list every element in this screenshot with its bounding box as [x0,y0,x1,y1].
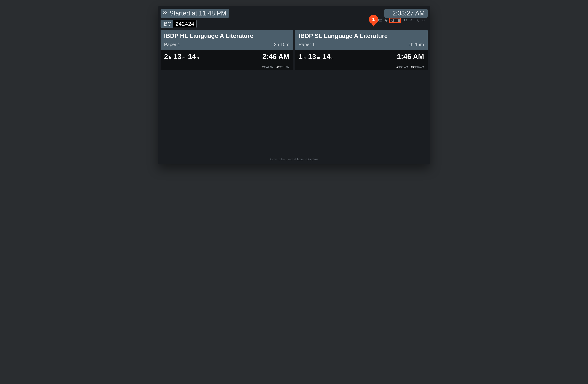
started-at-pill: Started at 11:48 PM [161,9,229,18]
svg-rect-16 [398,20,399,21]
footer-brand: Exam Display [297,158,318,161]
time-remaining: 1h 13m 14s [299,53,333,61]
footer-prefix: Only to be used at [270,158,297,161]
svg-rect-20 [399,21,400,22]
svg-line-26 [418,21,418,22]
clock-text: 2:33:27 AM [392,9,425,17]
top-bar: Started at 11:48 PM 2:33:27 AM [161,9,428,18]
exam-cards: IBDP HL Language A Literature Paper 1 2h… [161,30,428,70]
svg-rect-19 [398,21,399,22]
clock-pill: 2:33:27 AM [384,9,427,18]
exam-card-head: IBDP HL Language A Literature Paper 1 2h… [161,30,293,50]
svg-point-11 [381,20,381,20]
svg-rect-5 [165,13,166,14]
svg-point-8 [379,20,379,20]
svg-rect-1 [165,11,166,12]
end-time: 2:46 AM [262,53,290,61]
svg-point-9 [380,20,380,20]
exam-display-panel: Started at 11:48 PM 2:33:27 AM IBO 24242… [158,6,430,164]
svg-rect-21 [400,21,401,22]
center-code-value: 242424 [173,20,196,28]
svg-rect-18 [400,20,401,21]
exit-fullscreen-icon[interactable] [421,18,425,22]
exam-title: IBDP HL Language A Literature [164,32,290,39]
annotation-number: 1 [372,17,375,22]
svg-rect-13 [398,19,399,20]
display-toolbar: 4 [378,18,425,22]
keyboard-icon[interactable] [378,18,382,22]
svg-point-10 [380,20,380,20]
time-remaining: 2h 13m 14s [164,53,199,61]
exam-paper: Paper 1 [299,42,315,47]
exam-duration: 2h 15m [274,42,290,47]
svg-rect-6 [378,19,381,21]
svg-rect-3 [166,12,167,13]
flag-icon [163,11,168,16]
center-code-box: IBO 242424 [161,20,197,28]
svg-rect-4 [163,13,164,14]
zoom-level: 4 [410,19,413,22]
exam-title: IBDP SL Language A Literature [299,32,424,39]
time-markers: 5'2:41 AM 30'2:16 AM [164,66,290,68]
svg-rect-7 [379,21,381,21]
time-markers: 5'1:41 AM 30'1:16 AM [299,66,424,68]
contrast-icon[interactable] [391,18,395,22]
svg-rect-14 [399,19,400,20]
svg-rect-17 [399,20,400,21]
started-at-text: Started at 11:48 PM [169,9,226,17]
svg-rect-15 [400,19,401,20]
annotation-callout: 1 [369,15,378,24]
grid-icon[interactable] [397,18,401,22]
footer: Only to be used at Exam Display [161,155,428,164]
exam-paper: Paper 1 [164,42,180,47]
svg-line-23 [406,21,407,22]
dark-mode-icon[interactable] [385,18,389,22]
end-time: 1:46 AM [397,53,424,61]
center-code-label: IBO [161,20,173,28]
exam-duration: 1h 15m [409,42,424,47]
annotation-bubble: 1 [369,15,378,24]
zoom-out-icon[interactable] [404,18,408,22]
svg-rect-0 [163,11,164,12]
zoom-in-icon[interactable] [415,18,419,22]
svg-rect-2 [164,12,165,13]
exam-card-head: IBDP SL Language A Literature Paper 1 1h… [295,30,428,50]
exam-card-sl: IBDP SL Language A Literature Paper 1 1h… [295,30,428,70]
exam-card-hl: IBDP HL Language A Literature Paper 1 2h… [161,30,293,70]
